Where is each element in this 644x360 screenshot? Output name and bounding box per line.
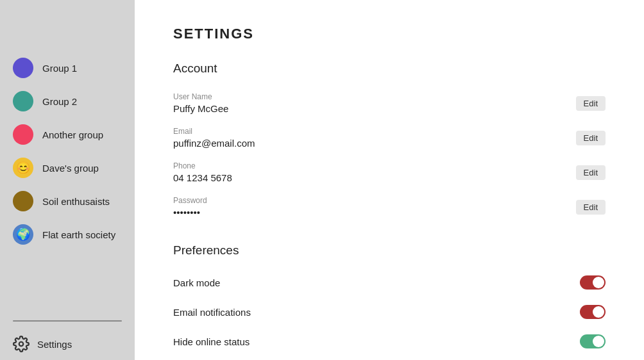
sidebar-divider xyxy=(13,320,122,322)
preferences-section-title: Preferences xyxy=(173,243,606,258)
pref-label: Hide online status xyxy=(173,336,250,347)
sidebar-item-daves-group[interactable]: 😊 Dave's group xyxy=(0,151,135,184)
sidebar-item-group1[interactable]: Group 1 xyxy=(0,51,135,85)
toggle-knob xyxy=(593,277,604,288)
sidebar-item-label: Dave's group xyxy=(42,163,99,174)
pref-item: Email notifications xyxy=(173,297,606,327)
preferences-items: Dark mode Email notifications Hide onlin… xyxy=(173,268,606,356)
toggle-knob xyxy=(593,336,604,347)
sidebar-item-another-group[interactable]: Another group xyxy=(0,118,135,151)
account-field: Password •••••••• Edit xyxy=(173,190,606,224)
account-field: User Name Puffy McGee Edit xyxy=(173,86,606,120)
account-fields: User Name Puffy McGee Edit Email puffinz… xyxy=(173,86,606,224)
field-info: User Name Puffy McGee xyxy=(173,92,228,114)
group-avatar xyxy=(13,191,33,211)
field-label: Phone xyxy=(173,161,232,170)
sidebar-settings-item[interactable]: Settings xyxy=(0,328,135,360)
field-info: Phone 04 1234 5678 xyxy=(173,161,232,183)
field-label: Email xyxy=(173,127,255,136)
settings-label: Settings xyxy=(37,339,72,350)
group-avatar: 🌍 xyxy=(13,224,33,245)
group-avatar: 😊 xyxy=(13,158,33,178)
sidebar: Group 1 Group 2 Another group 😊 Dave's g… xyxy=(0,0,135,360)
field-value: 04 1234 5678 xyxy=(173,172,232,183)
account-section: Account User Name Puffy McGee Edit Email… xyxy=(173,61,606,224)
account-section-title: Account xyxy=(173,61,606,76)
account-field: Phone 04 1234 5678 Edit xyxy=(173,155,606,190)
sidebar-item-label: Soil enthusaists xyxy=(42,196,110,207)
pref-item: Dark mode xyxy=(173,268,606,297)
sidebar-item-label: Flat earth society xyxy=(42,229,115,240)
pref-label: Email notifications xyxy=(173,307,251,318)
sidebar-item-label: Another group xyxy=(42,129,103,140)
toggle-knob xyxy=(593,306,604,318)
group-avatar xyxy=(13,91,33,111)
preferences-section: Preferences Dark mode Email notification… xyxy=(173,243,606,356)
sidebar-groups: Group 1 Group 2 Another group 😊 Dave's g… xyxy=(0,13,135,314)
field-value: •••••••• xyxy=(173,207,207,218)
edit-button[interactable]: Edit xyxy=(576,200,606,215)
edit-button[interactable]: Edit xyxy=(576,165,606,180)
group-avatar xyxy=(13,58,33,78)
pref-item: Hide online status xyxy=(173,327,606,356)
page-title: SETTINGS xyxy=(173,26,606,42)
sidebar-item-group2[interactable]: Group 2 xyxy=(0,85,135,118)
main-content: SETTINGS Account User Name Puffy McGee E… xyxy=(135,0,644,360)
sidebar-item-label: Group 1 xyxy=(42,63,77,74)
field-info: Email puffinz@email.com xyxy=(173,127,255,149)
toggle-switch[interactable] xyxy=(580,334,606,348)
field-info: Password •••••••• xyxy=(173,196,207,218)
field-label: Password xyxy=(173,196,207,205)
gear-icon xyxy=(13,336,30,352)
field-label: User Name xyxy=(173,92,228,101)
account-field: Email puffinz@email.com Edit xyxy=(173,120,606,155)
sidebar-item-label: Group 2 xyxy=(42,96,77,107)
svg-point-0 xyxy=(19,342,24,347)
field-value: puffinz@email.com xyxy=(173,138,255,149)
edit-button[interactable]: Edit xyxy=(576,131,606,145)
pref-label: Dark mode xyxy=(173,277,220,288)
sidebar-item-soil[interactable]: Soil enthusaists xyxy=(0,184,135,218)
group-avatar xyxy=(13,124,33,145)
sidebar-item-flat-earth[interactable]: 🌍 Flat earth society xyxy=(0,218,135,251)
toggle-switch[interactable] xyxy=(580,275,606,290)
toggle-switch[interactable] xyxy=(580,305,606,319)
field-value: Puffy McGee xyxy=(173,103,228,114)
edit-button[interactable]: Edit xyxy=(576,96,606,111)
